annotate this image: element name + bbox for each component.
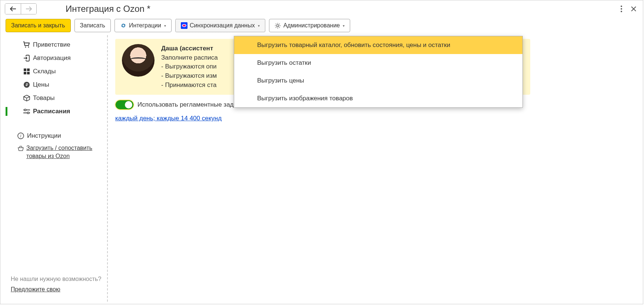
more-button[interactable] <box>618 3 624 14</box>
not-found-text: Не нашли нужную возможность? <box>6 272 107 284</box>
sync-label: Синхронизация данных <box>190 22 255 29</box>
info-icon: i <box>17 133 25 139</box>
toggle-label: Использовать регламентные задания <box>137 101 248 108</box>
sync-dropdown-menu: Выгрузить товарный каталог, обновить сос… <box>234 36 523 108</box>
sidebar-label: Инструкции <box>27 132 61 140</box>
load-products-link[interactable]: Загрузить / сопоставить товары из Ozon <box>6 143 107 161</box>
link-text: Загрузить / сопоставить товары из Ozon <box>26 144 104 160</box>
svg-point-1 <box>621 8 622 10</box>
assistant-name: Даша (ассистент <box>161 45 213 52</box>
svg-text:₽: ₽ <box>26 83 28 87</box>
svg-point-8 <box>25 47 26 48</box>
sidebar-label: Приветствие <box>33 41 70 48</box>
svg-rect-10 <box>24 68 26 71</box>
close-icon <box>631 6 636 11</box>
basket-icon <box>17 145 24 151</box>
propose-link[interactable]: Предложите свою <box>6 284 107 297</box>
save-close-button[interactable]: Записать и закрыть <box>6 19 71 32</box>
svg-point-2 <box>621 11 622 12</box>
assistant-avatar <box>122 44 155 77</box>
svg-rect-11 <box>27 68 30 71</box>
sidebar-item-schedules[interactable]: Расписания <box>6 105 107 118</box>
sidebar-label: Товары <box>33 94 54 102</box>
integrations-dropdown[interactable]: Интеграции <box>114 19 172 32</box>
ruble-icon: ₽ <box>23 81 31 88</box>
svg-point-7 <box>277 24 279 27</box>
assistant-bullet: - Принимаются ста <box>161 81 217 88</box>
cart-icon <box>23 41 31 48</box>
sidebar-item-prices[interactable]: ₽ Цены <box>6 78 107 91</box>
assistant-bullet: - Выгружаются изм <box>161 72 217 79</box>
dd-item-export-catalog[interactable]: Выгрузить товарный каталог, обновить сос… <box>234 36 522 54</box>
sliders-icon <box>23 109 31 114</box>
sidebar-item-auth[interactable]: Авторизация <box>6 51 107 65</box>
use-scheduled-jobs-toggle[interactable] <box>115 100 134 110</box>
sidebar-item-instructions[interactable]: i Инструкции <box>6 129 107 143</box>
sidebar-item-products[interactable]: Товары <box>6 91 107 105</box>
arrow-right-icon <box>26 6 32 11</box>
svg-point-19 <box>27 112 29 114</box>
save-button[interactable]: Записать <box>74 19 111 32</box>
admin-label: Администрирование <box>283 22 340 29</box>
page-title: Интеграция с Ozon * <box>66 4 150 14</box>
dd-item-export-images[interactable]: Выгрузить изображения товаров <box>234 90 522 107</box>
admin-dropdown[interactable]: Администрирование <box>269 19 351 32</box>
svg-text:i: i <box>20 133 21 138</box>
sidebar-label: Склады <box>33 68 56 75</box>
sync-dropdown[interactable]: Синхронизация данных <box>175 19 265 32</box>
dd-item-export-stocks[interactable]: Выгрузить остатки <box>234 54 522 72</box>
gear-icon <box>275 22 281 29</box>
assistant-text: Даша (ассистент Заполните расписа - Выгр… <box>161 44 218 90</box>
sidebar: Приветствие Авторизация Склады ₽ Цены То… <box>0 35 108 302</box>
sidebar-label: Расписания <box>33 108 70 115</box>
toolbar: Записать и закрыть Записать Интеграции С… <box>0 17 643 35</box>
svg-rect-13 <box>27 72 30 74</box>
sidebar-label: Цены <box>33 81 49 88</box>
sidebar-label: Авторизация <box>33 54 71 62</box>
sidebar-item-welcome[interactable]: Приветствие <box>6 38 107 51</box>
back-button[interactable] <box>5 4 21 14</box>
box-icon <box>23 95 31 101</box>
forward-button[interactable] <box>21 4 36 14</box>
sidebar-item-warehouses[interactable]: Склады <box>6 65 107 78</box>
integrations-label: Интеграции <box>129 22 161 29</box>
arrow-left-icon <box>10 6 16 11</box>
assistant-bullet: - Выгружаются опи <box>161 63 216 70</box>
svg-point-6 <box>183 25 186 27</box>
nav-group <box>5 3 37 14</box>
close-button[interactable] <box>629 4 638 14</box>
grid-icon <box>23 68 31 74</box>
ozon-icon <box>181 22 187 29</box>
titlebar: Интеграция с Ozon * <box>0 0 643 17</box>
svg-rect-12 <box>24 72 26 74</box>
svg-point-9 <box>28 47 29 48</box>
kebab-icon <box>621 6 622 12</box>
svg-point-18 <box>24 109 26 111</box>
schedule-link[interactable]: каждый день; каждые 14 400 секунд <box>115 115 222 122</box>
dd-item-export-prices[interactable]: Выгрузить цены <box>234 72 522 90</box>
assistant-line: Заполните расписа <box>161 54 218 61</box>
login-icon <box>23 55 31 61</box>
refresh-icon <box>120 22 127 29</box>
active-indicator <box>6 107 7 116</box>
svg-point-0 <box>621 6 622 7</box>
